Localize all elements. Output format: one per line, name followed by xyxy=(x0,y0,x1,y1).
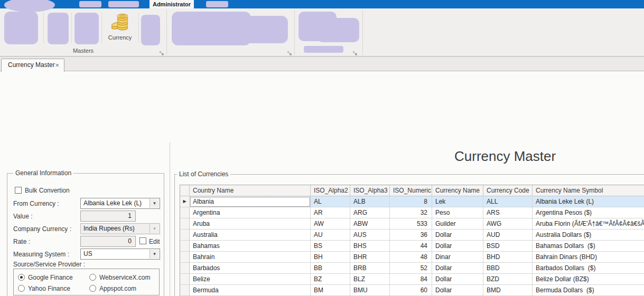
redacted-quick-access-button[interactable] xyxy=(79,1,101,7)
chevron-down-icon[interactable]: ▾ xyxy=(150,199,159,208)
table-row[interactable]: BelizeBZBLZ84DollarBZDBelize Dollar (BZ$… xyxy=(180,274,644,285)
edit-checkbox[interactable] xyxy=(139,237,146,244)
redacted-ribbon-button[interactable] xyxy=(74,13,99,44)
tab-currency-master[interactable]: Currency Master × xyxy=(1,59,64,72)
table-cell[interactable]: Peso xyxy=(432,207,483,218)
radio-google-finance-label[interactable]: Google Finance xyxy=(28,274,73,281)
table-cell[interactable]: BSD xyxy=(483,241,533,252)
radio-google-finance[interactable] xyxy=(18,274,25,281)
table-cell[interactable]: AR xyxy=(311,207,350,218)
dialog-launcher-icon[interactable] xyxy=(159,49,165,55)
table-cell[interactable]: Dollar xyxy=(432,263,483,274)
table-cell[interactable]: 60 xyxy=(390,285,432,296)
table-cell[interactable]: Australia xyxy=(190,230,311,241)
table-row[interactable]: BarbadosBBBRB52DollarBBDBarbados Dollars… xyxy=(180,263,644,274)
currency-grid[interactable]: Country NameISO_Alpha2ISO_Alpha3ISO_Nume… xyxy=(180,185,644,296)
redacted-ribbon-button[interactable] xyxy=(227,16,288,43)
radio-yahoo-finance[interactable] xyxy=(18,285,25,292)
bulk-convertion-checkbox[interactable] xyxy=(15,187,22,194)
currency-button[interactable]: Currency xyxy=(104,11,136,50)
table-cell[interactable]: 8 xyxy=(390,196,432,207)
table-cell[interactable]: Barbados xyxy=(190,263,311,274)
column-header-currency-name-symbol[interactable]: Currency Name Symbol xyxy=(533,185,644,196)
table-cell[interactable]: BH xyxy=(311,252,350,263)
redacted-ribbon-button[interactable] xyxy=(317,18,359,42)
table-row[interactable]: AustraliaAUAUS36DollarAUDAustralia Dolla… xyxy=(180,230,644,241)
dialog-launcher-icon[interactable] xyxy=(352,49,358,55)
table-cell[interactable]: ARG xyxy=(350,207,390,218)
table-cell[interactable]: Australia Dollars ($) xyxy=(533,230,644,241)
table-cell[interactable]: 48 xyxy=(390,252,432,263)
table-cell[interactable]: Lek xyxy=(432,196,483,207)
table-cell[interactable]: Aruba Florin (ÃfÆ'Ã†â€™ÃfÂ¢Ã¢â€šÂ¬Ã‚Â xyxy=(533,218,644,230)
table-cell[interactable]: 36 xyxy=(390,230,432,241)
column-header-iso-alpha2[interactable]: ISO_Alpha2 xyxy=(311,185,350,196)
column-header-iso-numeric[interactable]: ISO_Numeric xyxy=(390,185,432,196)
table-cell[interactable]: Dollar xyxy=(432,274,483,285)
value-input[interactable]: 1 xyxy=(80,211,136,222)
table-cell[interactable]: AL xyxy=(311,196,350,207)
column-header-currency-code[interactable]: Currency Code xyxy=(483,185,533,196)
chevron-down-icon[interactable]: ▾ xyxy=(150,250,159,259)
table-cell[interactable]: Albania xyxy=(190,196,311,207)
redacted-ribbon-button[interactable] xyxy=(4,12,38,44)
table-cell[interactable]: Bahamas Dollars ($) xyxy=(533,241,644,252)
tab-administrator[interactable]: Administrator xyxy=(150,0,194,8)
table-cell[interactable]: Dinar xyxy=(432,252,483,263)
rate-input[interactable]: 0 xyxy=(80,236,136,247)
table-cell[interactable]: BMD xyxy=(483,285,533,296)
table-cell[interactable]: 52 xyxy=(390,263,432,274)
row-indicator[interactable] xyxy=(180,285,190,296)
radio-appspot[interactable] xyxy=(89,285,96,292)
radio-appspot-label[interactable]: Appspot.com xyxy=(99,285,136,292)
measuring-system-select[interactable]: US ▾ xyxy=(80,249,160,260)
row-indicator[interactable] xyxy=(180,207,190,218)
table-cell[interactable]: Bermuda xyxy=(190,285,311,296)
table-cell[interactable]: Bahrain Dinars (BHD) xyxy=(533,252,644,263)
table-cell[interactable]: BRB xyxy=(350,263,390,274)
table-cell[interactable]: ALL xyxy=(483,196,533,207)
radio-webservicex[interactable] xyxy=(89,274,96,281)
table-cell[interactable]: BLZ xyxy=(350,274,390,285)
redacted-ribbon-tab[interactable] xyxy=(206,1,228,7)
table-cell[interactable]: 44 xyxy=(390,241,432,252)
table-cell[interactable]: Argentina xyxy=(190,207,311,218)
redacted-ribbon-button[interactable] xyxy=(48,13,69,44)
table-cell[interactable]: Dollar xyxy=(432,285,483,296)
table-cell[interactable]: Albania Leke Lek (L) xyxy=(533,196,644,207)
table-cell[interactable]: AW xyxy=(311,218,350,230)
table-cell[interactable]: BHS xyxy=(350,241,390,252)
table-cell[interactable]: Dollar xyxy=(432,241,483,252)
table-cell[interactable]: ALB xyxy=(350,196,390,207)
selected-row-indicator-icon[interactable]: ▶ xyxy=(180,196,190,207)
row-indicator[interactable] xyxy=(180,274,190,285)
table-cell[interactable]: Bahrain xyxy=(190,252,311,263)
dialog-launcher-icon[interactable] xyxy=(287,49,293,55)
table-cell[interactable]: ABW xyxy=(350,218,390,230)
table-cell[interactable]: AUS xyxy=(350,230,390,241)
table-row[interactable]: ArgentinaARARG32PesoARSArgentina Pesos (… xyxy=(180,207,644,218)
table-cell[interactable]: 32 xyxy=(390,207,432,218)
table-cell[interactable]: 84 xyxy=(390,274,432,285)
radio-webservicex-label[interactable]: WebserviceX.com xyxy=(99,274,150,281)
table-row[interactable]: BermudaBMBMU60DollarBMDBermuda Dollars (… xyxy=(180,285,644,296)
table-cell[interactable]: Barbados Dollars ($) xyxy=(533,263,644,274)
table-cell[interactable]: ARS xyxy=(483,207,533,218)
row-indicator[interactable] xyxy=(180,263,190,274)
table-row[interactable]: BahamasBSBHS44DollarBSDBahamas Dollars (… xyxy=(180,241,644,252)
table-cell[interactable]: BB xyxy=(311,263,350,274)
row-indicator[interactable] xyxy=(180,252,190,263)
redacted-quick-access-button[interactable] xyxy=(108,1,139,7)
table-cell[interactable]: BMU xyxy=(350,285,390,296)
table-cell[interactable]: Belize Dollar (BZ$) xyxy=(533,274,644,285)
table-row[interactable]: ▶AlbaniaALALB8LekALLAlbania Leke Lek (L) xyxy=(180,196,644,207)
table-row[interactable]: BahrainBHBHR48DinarBHDBahrain Dinars (BH… xyxy=(180,252,644,263)
row-indicator[interactable] xyxy=(180,230,190,241)
table-row[interactable]: ArubaAWABW533GuilderAWGAruba Florin (ÃfÆ… xyxy=(180,218,644,230)
column-header-country-name[interactable]: Country Name xyxy=(190,185,311,196)
table-cell[interactable]: BZD xyxy=(483,274,533,285)
row-indicator[interactable] xyxy=(180,241,190,252)
table-cell[interactable]: AUD xyxy=(483,230,533,241)
table-cell[interactable]: BZ xyxy=(311,274,350,285)
table-cell[interactable]: BM xyxy=(311,285,350,296)
